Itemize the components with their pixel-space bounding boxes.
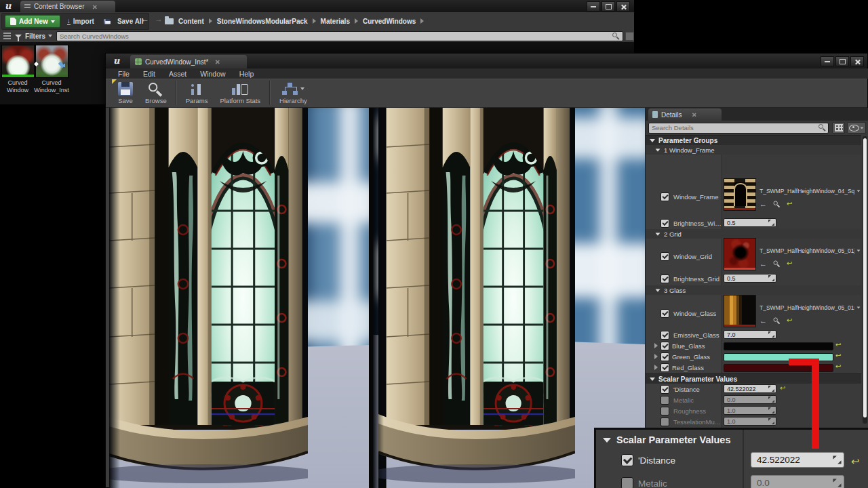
find-in-browser-icon[interactable] bbox=[774, 317, 781, 324]
spinner-icon[interactable] bbox=[768, 386, 774, 392]
menu-file[interactable]: File bbox=[118, 70, 130, 78]
maximize-button[interactable] bbox=[835, 56, 849, 66]
value-brightness-windowframe[interactable]: 0.5 bbox=[724, 218, 776, 227]
scrollbar-thumb[interactable] bbox=[863, 138, 867, 418]
value-metalic[interactable]: 0.0 bbox=[724, 395, 776, 404]
details-tab[interactable]: Details bbox=[648, 108, 722, 121]
display-mode-button[interactable] bbox=[832, 122, 845, 134]
spinner-icon[interactable] bbox=[768, 396, 774, 403]
add-new-button[interactable]: Add New bbox=[5, 15, 60, 28]
find-in-browser-icon[interactable] bbox=[774, 201, 781, 207]
content-browser-titlebar[interactable]: u Content Browser bbox=[0, 0, 634, 12]
use-selected-icon[interactable]: ← bbox=[760, 200, 767, 208]
editor-asset-tab[interactable]: CurvedWindow_Inst* bbox=[130, 55, 247, 68]
menu-window[interactable]: Window bbox=[200, 70, 225, 78]
group-grid[interactable]: 2 Grid bbox=[646, 229, 861, 239]
minimize-button[interactable] bbox=[587, 1, 600, 12]
tutorial-icon[interactable] bbox=[57, 61, 66, 67]
checkbox-unchecked[interactable] bbox=[660, 396, 669, 405]
category-parameter-groups[interactable]: Parameter Groups bbox=[646, 135, 861, 145]
content-search-input[interactable] bbox=[56, 31, 623, 41]
column-divider[interactable] bbox=[722, 135, 722, 428]
platform-stats-button[interactable]: Platform Stats bbox=[214, 79, 267, 104]
checkbox-checked[interactable] bbox=[660, 385, 669, 394]
spinner-icon[interactable] bbox=[768, 275, 774, 281]
inset-value-metalic[interactable]: 0.0 bbox=[751, 475, 844, 488]
inset-value-distance[interactable]: 42.522022 bbox=[751, 452, 844, 468]
value-emissive-glass[interactable]: 7.0 bbox=[724, 330, 776, 339]
editor-titlebar[interactable]: u CurvedWindow_Inst* bbox=[106, 54, 867, 68]
checkbox-checked[interactable] bbox=[660, 363, 669, 372]
breadcrumb-curvedwindows[interactable]: CurvedWindows bbox=[363, 18, 416, 25]
viewport-left-view[interactable] bbox=[109, 108, 369, 488]
menu-asset[interactable]: Asset bbox=[169, 70, 186, 78]
checkbox-checked[interactable] bbox=[660, 309, 669, 318]
forward-arrow-icon[interactable]: → bbox=[155, 14, 163, 24]
checkbox-checked[interactable] bbox=[660, 192, 669, 201]
reset-icon[interactable]: ↩ bbox=[835, 363, 841, 370]
expand-right-icon[interactable] bbox=[654, 365, 658, 370]
close-button[interactable] bbox=[850, 56, 864, 66]
spinner-icon[interactable] bbox=[768, 418, 774, 424]
menu-help[interactable]: Help bbox=[239, 70, 254, 78]
expand-right-icon[interactable] bbox=[654, 354, 658, 359]
checkbox-checked[interactable] bbox=[660, 219, 669, 228]
view-options-button[interactable] bbox=[847, 122, 866, 134]
value-roughness[interactable]: 1.0 bbox=[724, 406, 776, 415]
texture-dropdown[interactable]: T_SWMP_HalfHeightWindow_05_01j_Grid_ bbox=[760, 247, 863, 254]
find-in-browser-icon[interactable] bbox=[774, 260, 781, 267]
value-brightness-grid[interactable]: 0.5 bbox=[724, 274, 776, 283]
texture-thumbnail-window-frame[interactable] bbox=[724, 178, 756, 211]
reset-icon[interactable]: ↩ bbox=[835, 342, 841, 348]
value-tesselation[interactable]: 1.0 bbox=[724, 417, 776, 426]
close-button[interactable] bbox=[616, 1, 630, 12]
close-icon[interactable] bbox=[692, 113, 696, 117]
maximize-button[interactable] bbox=[601, 1, 615, 12]
texture-dropdown[interactable]: T_SWMP_HalfHeightWindow_04_Square_I bbox=[760, 188, 863, 195]
spinner-icon[interactable] bbox=[768, 407, 774, 413]
content-browser-tab[interactable]: Content Browser bbox=[20, 1, 115, 12]
group-window-frame[interactable]: 1 Window_Frame bbox=[646, 145, 861, 155]
spinner-icon[interactable] bbox=[768, 220, 774, 226]
breadcrumb-content[interactable]: Content bbox=[178, 18, 204, 25]
close-icon[interactable] bbox=[92, 4, 96, 8]
checkbox-unchecked[interactable] bbox=[660, 407, 669, 415]
use-selected-icon[interactable]: ← bbox=[760, 317, 767, 325]
menu-edit[interactable]: Edit bbox=[143, 70, 155, 78]
breadcrumb-materials[interactable]: Materials bbox=[321, 18, 350, 25]
checkbox-checked[interactable] bbox=[660, 252, 669, 261]
spinner-icon[interactable] bbox=[768, 331, 774, 338]
texture-thumbnail-window-grid[interactable] bbox=[724, 238, 756, 270]
minimize-button[interactable] bbox=[821, 56, 834, 66]
texture-thumbnail-window-glass[interactable] bbox=[724, 295, 756, 327]
reset-icon[interactable]: ↩ bbox=[787, 260, 792, 267]
color-swatch-blue-glass[interactable] bbox=[724, 342, 833, 350]
back-arrow-icon[interactable]: ← bbox=[141, 14, 149, 24]
checkbox-checked[interactable] bbox=[660, 352, 669, 361]
expand-right-icon[interactable] bbox=[654, 343, 658, 348]
reset-icon[interactable]: ↩ bbox=[780, 385, 785, 392]
inset-category-header[interactable]: Scalar Parameter Values bbox=[603, 434, 730, 445]
group-glass[interactable]: 3 Glass bbox=[646, 285, 861, 295]
value-distance[interactable]: 42.522022 bbox=[724, 384, 776, 393]
checkbox-unchecked[interactable] bbox=[660, 418, 669, 426]
reset-icon[interactable]: ↩ bbox=[851, 455, 860, 468]
checkbox-checked[interactable] bbox=[660, 274, 669, 283]
preview-viewport[interactable] bbox=[109, 108, 645, 488]
checkbox-unchecked[interactable] bbox=[621, 477, 633, 488]
spinner-icon[interactable] bbox=[833, 479, 841, 487]
browse-button[interactable]: Browse bbox=[139, 79, 173, 104]
checkbox-checked[interactable] bbox=[660, 342, 669, 350]
save-all-button[interactable]: Save All bbox=[101, 17, 146, 26]
breadcrumb-pack[interactable]: StoneWindowsModularPack bbox=[217, 18, 308, 25]
sources-panel-icon[interactable] bbox=[3, 33, 11, 39]
details-scrollbar[interactable] bbox=[863, 136, 867, 424]
texture-dropdown[interactable]: T_SWMP_HalfHeightWindow_05_01s_Colo bbox=[760, 304, 863, 311]
save-search-icon[interactable] bbox=[625, 32, 634, 41]
hierarchy-button[interactable]: Hierarchy bbox=[273, 79, 313, 104]
category-scalar-parameter-values[interactable]: Scalar Parameter Values bbox=[646, 373, 861, 384]
close-icon[interactable] bbox=[215, 60, 219, 64]
reset-icon[interactable]: ↩ bbox=[835, 352, 841, 359]
params-button[interactable]: Params bbox=[180, 79, 214, 104]
asset-curved-window-inst[interactable]: CurvedWindow_Inst bbox=[31, 45, 72, 95]
